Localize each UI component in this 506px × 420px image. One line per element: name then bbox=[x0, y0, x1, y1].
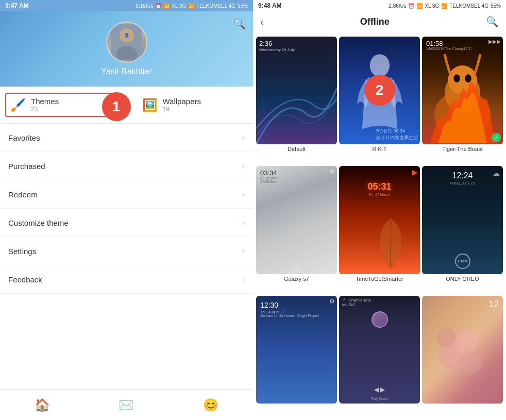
wallpapers-item[interactable]: 🖼️ Wallpapers 19 bbox=[138, 93, 248, 117]
wallpapers-count: 19 bbox=[163, 106, 201, 113]
user-name: Yasir Bakhtiar bbox=[101, 67, 151, 76]
oreo-circle: 100% bbox=[455, 254, 470, 269]
rkt-label: RCゼロ 06:34始まりの異世界生活 bbox=[376, 128, 418, 141]
theme-card-music[interactable]: 📱 ChampTuneMUSIC ◀ ▶ Play Music bbox=[339, 296, 420, 417]
themes-item[interactable]: 🖌️ Themes 23 1 bbox=[5, 93, 117, 117]
theme-name-oreo: ONLY OREO bbox=[422, 274, 503, 282]
gear-icon-galaxy: ⚙ bbox=[329, 168, 335, 175]
svg-point-13 bbox=[459, 350, 482, 373]
clock-default: 2:36 bbox=[259, 40, 272, 47]
music-progress: Play Music bbox=[371, 397, 389, 400]
time-date: Fri, 17 March bbox=[369, 193, 390, 196]
theme-thumbnail-oreo: 12:24 Friday, June 23 ☁ 100% bbox=[422, 166, 503, 274]
avatar-image: 👤 bbox=[111, 24, 142, 60]
menu-label-purchased: Purchased bbox=[8, 162, 45, 171]
status-icons-right: 2.86K/s ⏰ 📶 XL 3G 📶 TELKOMSEL 4G 55% bbox=[389, 3, 501, 9]
theme-name-rkt: R·K·T bbox=[339, 144, 420, 152]
menu-item-settings[interactable]: Settings › bbox=[0, 237, 253, 265]
left-panel: 9:47 AM 0.16K/s ⏰ 📶 XL 3G 📶 TELKOMSEL 4G… bbox=[0, 0, 253, 420]
svg-point-4 bbox=[369, 55, 389, 77]
menu-item-feedback[interactable]: Feedback › bbox=[0, 265, 253, 294]
theme-card-default[interactable]: 2:36 Wednesday,24 July Default bbox=[256, 37, 337, 164]
tiger-svg bbox=[422, 37, 503, 144]
svg-point-12 bbox=[436, 328, 456, 347]
alarm-icon-right: ⏰ bbox=[408, 3, 414, 9]
themes-text: Themes 23 bbox=[31, 97, 59, 113]
step-badge-1: 1 bbox=[102, 92, 131, 121]
music-app-name: 📱 ChampTuneMUSIC bbox=[342, 298, 371, 307]
svg-point-9 bbox=[465, 74, 471, 82]
menu-item-redeem[interactable]: Redeem › bbox=[0, 180, 253, 209]
theme-card-blue[interactable]: ⚙ 12:30 Thu, August 22Go hard or Go Home… bbox=[256, 296, 337, 417]
right-panel: 9:48 AM 2.86K/s ⏰ 📶 XL 3G 📶 TELKOMSEL 4G… bbox=[253, 0, 506, 420]
theme-name-galaxy: Galaxy s7 bbox=[256, 274, 337, 282]
carrier2-left: TELKOMSEL 4G bbox=[196, 3, 235, 9]
menu-item-customize[interactable]: Customize theme › bbox=[0, 209, 253, 237]
menu-item-purchased[interactable]: Purchased › bbox=[0, 152, 253, 180]
svg-point-8 bbox=[453, 74, 460, 82]
theme-card-flowers[interactable]: 12 bbox=[422, 296, 503, 417]
theme-name-flowers bbox=[422, 404, 503, 405]
gear-icon-blue: ⚙ bbox=[329, 298, 335, 305]
chevron-icon-customize: › bbox=[242, 218, 245, 227]
chevron-icon-feedback: › bbox=[242, 275, 245, 284]
stats-row: 🖌️ Themes 23 1 🖼️ Wallpapers 19 bbox=[0, 87, 253, 124]
mail-nav-icon[interactable]: ✉️ bbox=[119, 398, 134, 412]
play-badge: ▶ bbox=[412, 168, 418, 176]
status-bar-right: 9:48 AM 2.86K/s ⏰ 📶 XL 3G 📶 TELKOMSEL 4G… bbox=[253, 0, 506, 11]
music-avatar bbox=[372, 311, 388, 328]
face-nav-icon[interactable]: 😊 bbox=[203, 398, 218, 412]
time-right: 9:48 AM bbox=[258, 2, 282, 9]
themes-label: Themes bbox=[31, 97, 59, 106]
carrier-left: XL 3G bbox=[172, 3, 186, 9]
time-left: 9:47 AM bbox=[5, 2, 29, 9]
theme-card-oreo[interactable]: 12:24 Friday, June 23 ☁ 100% ONLY OREO bbox=[422, 166, 503, 293]
search-icon-right[interactable]: 🔍 bbox=[486, 15, 499, 28]
oreo-clock: 12:24 bbox=[452, 171, 473, 180]
swirl-svg bbox=[256, 80, 337, 145]
theme-thumbnail-music: 📱 ChampTuneMUSIC ◀ ▶ Play Music bbox=[339, 296, 420, 404]
theme-card-time[interactable]: ▶ 05:31 Fri, 17 March TimeToGetSmarter bbox=[339, 166, 420, 293]
search-icon-left[interactable]: 🔍 bbox=[233, 18, 246, 30]
flowers-svg bbox=[422, 296, 503, 404]
status-icons-left: 0.16K/s ⏰ 📶 XL 3G 📶 TELKOMSEL 4G 55% bbox=[136, 3, 248, 9]
step-badge-2: 2 bbox=[364, 75, 395, 106]
chevron-icon-settings: › bbox=[242, 246, 245, 256]
galaxy-circle: ◎ bbox=[295, 267, 299, 272]
theme-card-tiger[interactable]: 01:58 14/02/2019 Thu Cloudy17°C ✓ ▶▶▶ bbox=[422, 37, 503, 164]
theme-name-blue bbox=[256, 404, 337, 405]
time-clock: 05:31 bbox=[367, 181, 391, 192]
signal-icon-right: 📶 bbox=[441, 3, 447, 9]
themes-count: 23 bbox=[31, 106, 59, 113]
galaxy-clock: 03:34 bbox=[260, 169, 277, 177]
status-bar-left: 9:47 AM 0.16K/s ⏰ 📶 XL 3G 📶 TELKOMSEL 4G… bbox=[0, 0, 253, 11]
menu-label-feedback: Feedback bbox=[8, 275, 42, 284]
menu-label-favorites: Favorites bbox=[8, 133, 40, 142]
home-nav-icon[interactable]: 🏠 bbox=[35, 398, 50, 412]
menu-item-favorites[interactable]: Favorites › bbox=[0, 124, 253, 152]
theme-card-galaxy[interactable]: 03:34 03.16 Wed17.03.8nm ⚙ ◎ Galaxy s7 bbox=[256, 166, 337, 293]
wifi-icon: 📶 bbox=[163, 3, 170, 9]
menu-label-settings: Settings bbox=[8, 247, 36, 256]
carrier2-right: TELKOMSEL 4G bbox=[449, 3, 488, 9]
page-title: Offline bbox=[360, 16, 390, 27]
theme-name-default: Default bbox=[256, 144, 337, 152]
avatar: 👤 bbox=[106, 22, 147, 63]
chevron-icon-redeem: › bbox=[242, 190, 245, 199]
offline-header: ‹ Offline 🔍 bbox=[253, 11, 506, 33]
cloud-icon: ☁ bbox=[493, 169, 500, 177]
theme-name-music bbox=[339, 404, 420, 405]
arrows-badge: ▶▶▶ bbox=[488, 39, 501, 44]
back-button[interactable]: ‹ bbox=[260, 16, 264, 28]
profile-header: 🔍 👤 Yasir Bakhtiar bbox=[0, 11, 253, 87]
blue-clock: 12:30 bbox=[260, 301, 278, 309]
alarm-icon: ⏰ bbox=[155, 3, 161, 9]
theme-thumbnail-galaxy: 03:34 03.16 Wed17.03.8nm ⚙ ◎ bbox=[256, 166, 337, 274]
speed-left: 0.16K/s bbox=[136, 3, 153, 9]
wallpapers-text: Wallpapers 19 bbox=[163, 97, 201, 113]
speed-right: 2.86K/s bbox=[389, 3, 406, 9]
oreo-date: Friday, June 23 bbox=[450, 181, 475, 185]
svg-text:👤: 👤 bbox=[124, 32, 129, 38]
music-controls: ◀ ▶ bbox=[374, 386, 385, 393]
theme-thumbnail-default: 2:36 Wednesday,24 July bbox=[256, 37, 337, 144]
